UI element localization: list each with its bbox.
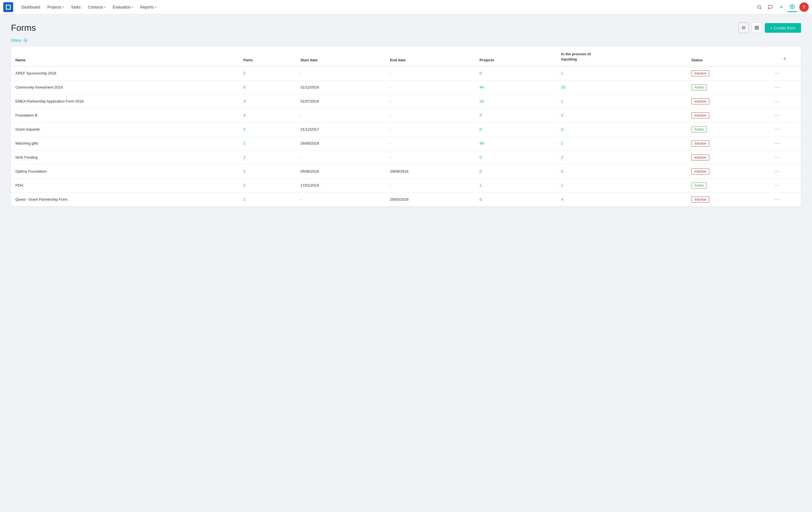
grid-view-button[interactable] — [752, 23, 762, 33]
cell-inputting: 2 — [557, 122, 687, 136]
table-row: Community Investment 2019 6 31/12/2016 -… — [11, 80, 801, 94]
status-badge: Active — [692, 183, 707, 189]
table-row: NHS Funding 2 - - 0 2 Inactive ··· — [11, 150, 801, 164]
cell-status: Inactive — [687, 150, 768, 164]
more-options-button[interactable]: ··· — [773, 196, 781, 203]
forms-table: Name Parts Start date End date Projects — [11, 47, 801, 207]
col-header-name: Name — [11, 47, 239, 66]
nav-contacts[interactable]: Contacts ▾ — [85, 3, 108, 11]
cell-start-date: 31/12/2016 — [296, 80, 385, 94]
table-row: PDH 2 17/01/2019 - 1 1 Active ··· — [11, 178, 801, 192]
col-header-start-date: Start date — [296, 47, 385, 66]
svg-rect-8 — [755, 28, 757, 29]
cell-actions: ··· — [768, 122, 801, 136]
cell-projects: 1 — [475, 178, 557, 192]
cell-start-date: 17/01/2019 — [296, 178, 385, 192]
cell-inputting: 1 — [557, 66, 687, 81]
cell-inputting: 4 — [557, 192, 687, 207]
app-logo[interactable] — [3, 2, 13, 12]
list-view-button[interactable] — [738, 23, 749, 33]
nav-tasks[interactable]: Tasks — [68, 3, 84, 11]
forms-table-container: Name Parts Start date End date Projects — [11, 47, 801, 207]
settings-button[interactable] — [787, 2, 797, 12]
cell-projects: 0 — [475, 122, 557, 136]
cell-status: Inactive — [687, 192, 768, 207]
cell-end-date: - — [385, 178, 475, 192]
cell-start-date: 16/08/2018 — [296, 136, 385, 150]
cell-actions: ··· — [768, 136, 801, 150]
col-header-end-date: End date — [385, 47, 475, 66]
cell-projects: 33 — [475, 94, 557, 108]
more-options-button[interactable]: ··· — [773, 98, 781, 104]
cell-parts: 3 — [239, 94, 296, 108]
cell-parts: 2 — [239, 66, 296, 81]
more-options-button[interactable]: ··· — [773, 70, 781, 76]
filters-label: Filters — [11, 38, 22, 43]
more-options-button[interactable]: ··· — [773, 168, 781, 174]
cell-start-date: 05/06/2016 — [296, 164, 385, 178]
search-button[interactable] — [754, 2, 764, 12]
cell-name: Quest - Grant Partnership Form — [11, 192, 239, 207]
add-button[interactable]: + — [776, 2, 786, 12]
nav-dashboard[interactable]: Dashboard — [19, 3, 43, 11]
cell-name: PDH — [11, 178, 239, 192]
filters-bar: Filters — [11, 38, 801, 43]
cell-start-date: 31/12/2017 — [296, 122, 385, 136]
cell-inputting: 1 — [557, 178, 687, 192]
cell-parts: 2 — [239, 122, 296, 136]
more-options-button[interactable]: ··· — [773, 140, 781, 146]
cell-parts: 1 — [239, 164, 296, 178]
cell-name: Foundation B — [11, 108, 239, 122]
cell-parts: 2 — [239, 150, 296, 164]
cell-parts: 2 — [239, 178, 296, 192]
cell-status: Active — [687, 122, 768, 136]
grid-view-icon — [755, 26, 759, 30]
cell-actions: ··· — [768, 66, 801, 81]
status-badge: Inactive — [692, 196, 709, 203]
table-header-row: Name Parts Start date End date Projects — [11, 47, 801, 66]
cell-parts: 4 — [239, 108, 296, 122]
add-column-icon[interactable]: + — [783, 56, 786, 62]
col-header-add: + — [768, 47, 801, 66]
cell-end-date: 29/06/2016 — [385, 164, 475, 178]
filters-link[interactable]: Filters — [11, 38, 801, 43]
cell-status: Inactive — [687, 164, 768, 178]
cell-start-date: - — [296, 108, 385, 122]
reports-chevron-icon: ▾ — [155, 5, 156, 8]
cell-inputting: 0 — [557, 164, 687, 178]
cell-projects: 5 — [475, 108, 557, 122]
more-options-button[interactable]: ··· — [773, 84, 781, 90]
status-badge: Inactive — [692, 140, 709, 146]
cell-inputting: 0 — [557, 108, 687, 122]
col-header-parts: Parts — [239, 47, 296, 66]
user-avatar[interactable]: T — [800, 2, 809, 12]
table-row: AREF Sponsorship 2018 2 - - 0 1 Inactive… — [11, 66, 801, 81]
table-row: Foundation B 4 - - 5 0 Inactive ··· — [11, 108, 801, 122]
nav-projects[interactable]: Projects ▾ — [45, 3, 67, 11]
nav-evaluation[interactable]: Evaluation ▾ — [110, 3, 136, 11]
cell-name: Matching gifts — [11, 136, 239, 150]
cell-end-date: - — [385, 108, 475, 122]
more-options-button[interactable]: ··· — [773, 126, 781, 132]
create-form-button[interactable]: + Create form — [765, 23, 801, 33]
cell-actions: ··· — [768, 192, 801, 207]
svg-point-0 — [758, 5, 761, 8]
cell-inputting: 1 — [557, 94, 687, 108]
more-options-button[interactable]: ··· — [773, 182, 781, 189]
cell-projects: 0 — [475, 192, 557, 207]
cell-name: Grant requests — [11, 122, 239, 136]
cell-end-date: - — [385, 122, 475, 136]
table-row: Grant requests 2 31/12/2017 - 0 2 Active… — [11, 122, 801, 136]
table-row: Matching gifts 1 16/08/2018 - 48 1 Inact… — [11, 136, 801, 150]
status-badge: Active — [692, 127, 707, 132]
nav-reports[interactable]: Reports ▾ — [138, 3, 159, 11]
svg-point-2 — [792, 6, 793, 7]
more-options-button[interactable]: ··· — [773, 112, 781, 118]
cell-name: AREF Sponsorship 2018 — [11, 66, 239, 81]
cell-start-date: - — [296, 150, 385, 164]
cell-start-date: - — [296, 66, 385, 81]
messages-button[interactable] — [765, 2, 775, 12]
cell-status: Active — [687, 178, 768, 192]
more-options-button[interactable]: ··· — [773, 154, 781, 161]
cell-parts: 6 — [239, 80, 296, 94]
